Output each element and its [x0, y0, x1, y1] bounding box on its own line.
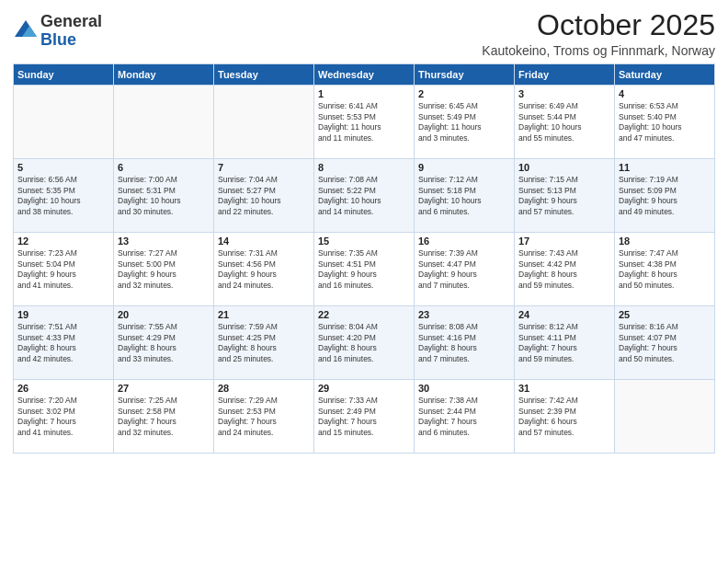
calendar-week-3: 12Sunrise: 7:23 AM Sunset: 5:04 PM Dayli…	[14, 233, 715, 306]
day-info: Sunrise: 6:45 AM Sunset: 5:49 PM Dayligh…	[418, 101, 510, 144]
day-info: Sunrise: 7:04 AM Sunset: 5:27 PM Dayligh…	[218, 175, 310, 217]
location: Kautokeino, Troms og Finnmark, Norway	[482, 43, 715, 58]
day-number: 5	[17, 162, 109, 173]
day-number: 19	[17, 309, 109, 320]
day-info: Sunrise: 6:56 AM Sunset: 5:35 PM Dayligh…	[17, 175, 109, 217]
logo-general: General	[40, 12, 102, 30]
day-number: 28	[218, 383, 310, 394]
day-number: 2	[418, 88, 510, 99]
day-number: 12	[17, 236, 109, 247]
calendar-cell: 8Sunrise: 7:08 AM Sunset: 5:22 PM Daylig…	[314, 159, 415, 233]
day-number: 27	[118, 383, 210, 394]
day-info: Sunrise: 8:12 AM Sunset: 4:11 PM Dayligh…	[518, 322, 610, 364]
day-info: Sunrise: 6:49 AM Sunset: 5:44 PM Dayligh…	[518, 101, 610, 144]
col-tuesday: Tuesday	[214, 64, 314, 86]
day-info: Sunrise: 7:27 AM Sunset: 5:00 PM Dayligh…	[118, 248, 210, 291]
day-info: Sunrise: 6:41 AM Sunset: 5:53 PM Dayligh…	[318, 101, 410, 144]
day-info: Sunrise: 8:04 AM Sunset: 4:20 PM Dayligh…	[318, 322, 410, 364]
calendar-cell: 12Sunrise: 7:23 AM Sunset: 5:04 PM Dayli…	[14, 233, 114, 306]
calendar-week-1: 1Sunrise: 6:41 AM Sunset: 5:53 PM Daylig…	[14, 86, 715, 159]
col-saturday: Saturday	[615, 64, 715, 86]
calendar-cell	[114, 86, 214, 159]
calendar-table: Sunday Monday Tuesday Wednesday Thursday…	[13, 63, 715, 454]
day-number: 8	[318, 162, 410, 173]
calendar-cell: 15Sunrise: 7:35 AM Sunset: 4:51 PM Dayli…	[314, 233, 415, 306]
calendar-cell: 19Sunrise: 7:51 AM Sunset: 4:33 PM Dayli…	[14, 306, 114, 380]
day-number: 6	[118, 162, 210, 173]
day-info: Sunrise: 7:59 AM Sunset: 4:25 PM Dayligh…	[218, 322, 310, 364]
day-info: Sunrise: 7:23 AM Sunset: 5:04 PM Dayligh…	[17, 248, 109, 291]
col-friday: Friday	[515, 64, 615, 86]
calendar-cell: 11Sunrise: 7:19 AM Sunset: 5:09 PM Dayli…	[615, 159, 715, 233]
header: General Blue October 2025 Kautokeino, Tr…	[13, 9, 715, 58]
col-sunday: Sunday	[14, 64, 114, 86]
calendar-cell: 16Sunrise: 7:39 AM Sunset: 4:47 PM Dayli…	[415, 233, 515, 306]
calendar-cell	[14, 86, 114, 159]
calendar-cell: 14Sunrise: 7:31 AM Sunset: 4:56 PM Dayli…	[214, 233, 314, 306]
day-number: 26	[17, 383, 109, 394]
day-number: 29	[318, 383, 410, 394]
calendar-cell: 23Sunrise: 8:08 AM Sunset: 4:16 PM Dayli…	[415, 306, 515, 380]
day-info: Sunrise: 7:08 AM Sunset: 5:22 PM Dayligh…	[318, 175, 410, 217]
day-info: Sunrise: 7:39 AM Sunset: 4:47 PM Dayligh…	[418, 248, 510, 291]
day-info: Sunrise: 7:19 AM Sunset: 5:09 PM Dayligh…	[619, 175, 711, 217]
calendar-cell: 5Sunrise: 6:56 AM Sunset: 5:35 PM Daylig…	[14, 159, 114, 233]
calendar-cell: 3Sunrise: 6:49 AM Sunset: 5:44 PM Daylig…	[515, 86, 615, 159]
calendar-cell	[214, 86, 314, 159]
day-number: 13	[118, 236, 210, 247]
calendar-cell: 13Sunrise: 7:27 AM Sunset: 5:00 PM Dayli…	[114, 233, 214, 306]
day-info: Sunrise: 7:25 AM Sunset: 2:58 PM Dayligh…	[118, 396, 210, 438]
day-number: 9	[418, 162, 510, 173]
day-number: 1	[318, 88, 410, 99]
day-info: Sunrise: 7:12 AM Sunset: 5:18 PM Dayligh…	[418, 175, 510, 217]
calendar-cell: 22Sunrise: 8:04 AM Sunset: 4:20 PM Dayli…	[314, 306, 415, 380]
calendar-week-2: 5Sunrise: 6:56 AM Sunset: 5:35 PM Daylig…	[14, 159, 715, 233]
calendar-cell: 29Sunrise: 7:33 AM Sunset: 2:49 PM Dayli…	[314, 380, 415, 454]
day-number: 17	[518, 236, 610, 247]
day-number: 18	[619, 236, 711, 247]
day-info: Sunrise: 7:29 AM Sunset: 2:53 PM Dayligh…	[218, 396, 310, 438]
calendar-cell: 30Sunrise: 7:38 AM Sunset: 2:44 PM Dayli…	[415, 380, 515, 454]
day-number: 3	[518, 88, 610, 99]
calendar-cell: 6Sunrise: 7:00 AM Sunset: 5:31 PM Daylig…	[114, 159, 214, 233]
logo: General Blue	[13, 13, 102, 50]
month-title: October 2025	[482, 9, 715, 41]
day-info: Sunrise: 8:08 AM Sunset: 4:16 PM Dayligh…	[418, 322, 510, 364]
day-number: 20	[118, 309, 210, 320]
day-number: 16	[418, 236, 510, 247]
day-number: 30	[418, 383, 510, 394]
day-number: 25	[619, 309, 711, 320]
day-info: Sunrise: 7:20 AM Sunset: 3:02 PM Dayligh…	[17, 396, 109, 438]
day-number: 21	[218, 309, 310, 320]
calendar-week-4: 19Sunrise: 7:51 AM Sunset: 4:33 PM Dayli…	[14, 306, 715, 380]
logo-text: General Blue	[40, 13, 102, 50]
day-info: Sunrise: 7:55 AM Sunset: 4:29 PM Dayligh…	[118, 322, 210, 364]
day-info: Sunrise: 7:31 AM Sunset: 4:56 PM Dayligh…	[218, 248, 310, 291]
calendar-cell	[615, 380, 715, 454]
day-info: Sunrise: 7:00 AM Sunset: 5:31 PM Dayligh…	[118, 175, 210, 217]
day-info: Sunrise: 7:38 AM Sunset: 2:44 PM Dayligh…	[418, 396, 510, 438]
calendar-cell: 17Sunrise: 7:43 AM Sunset: 4:42 PM Dayli…	[515, 233, 615, 306]
day-info: Sunrise: 7:51 AM Sunset: 4:33 PM Dayligh…	[17, 322, 109, 364]
calendar-cell: 28Sunrise: 7:29 AM Sunset: 2:53 PM Dayli…	[214, 380, 314, 454]
logo-blue: Blue	[40, 30, 76, 49]
day-number: 10	[518, 162, 610, 173]
calendar-cell: 7Sunrise: 7:04 AM Sunset: 5:27 PM Daylig…	[214, 159, 314, 233]
col-monday: Monday	[114, 64, 214, 86]
day-info: Sunrise: 7:47 AM Sunset: 4:38 PM Dayligh…	[619, 248, 711, 291]
day-info: Sunrise: 7:33 AM Sunset: 2:49 PM Dayligh…	[318, 396, 410, 438]
calendar-week-5: 26Sunrise: 7:20 AM Sunset: 3:02 PM Dayli…	[14, 380, 715, 454]
day-info: Sunrise: 7:35 AM Sunset: 4:51 PM Dayligh…	[318, 248, 410, 291]
calendar-cell: 25Sunrise: 8:16 AM Sunset: 4:07 PM Dayli…	[615, 306, 715, 380]
calendar-cell: 4Sunrise: 6:53 AM Sunset: 5:40 PM Daylig…	[615, 86, 715, 159]
day-number: 15	[318, 236, 410, 247]
day-info: Sunrise: 7:43 AM Sunset: 4:42 PM Dayligh…	[518, 248, 610, 291]
calendar-cell: 21Sunrise: 7:59 AM Sunset: 4:25 PM Dayli…	[214, 306, 314, 380]
page: General Blue October 2025 Kautokeino, Tr…	[0, 0, 728, 563]
calendar-cell: 27Sunrise: 7:25 AM Sunset: 2:58 PM Dayli…	[114, 380, 214, 454]
calendar-cell: 26Sunrise: 7:20 AM Sunset: 3:02 PM Dayli…	[14, 380, 114, 454]
day-number: 4	[619, 88, 711, 99]
title-section: October 2025 Kautokeino, Troms og Finnma…	[482, 9, 715, 58]
day-number: 31	[518, 383, 610, 394]
calendar-cell: 1Sunrise: 6:41 AM Sunset: 5:53 PM Daylig…	[314, 86, 415, 159]
